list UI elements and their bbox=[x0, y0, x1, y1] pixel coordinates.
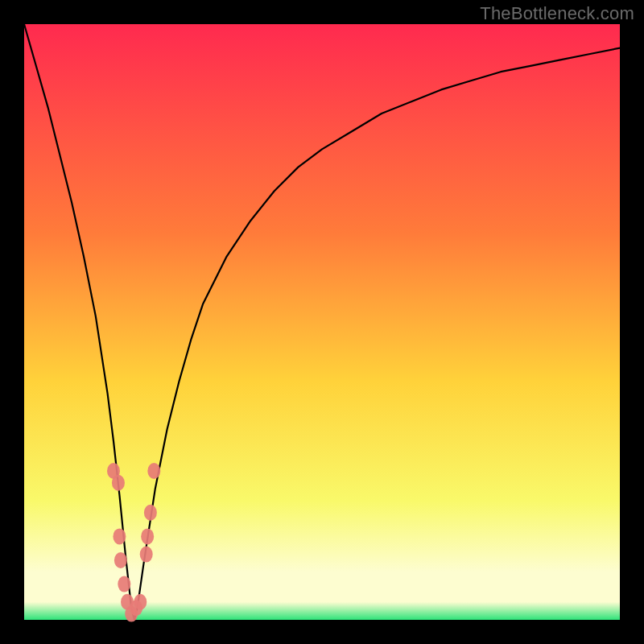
data-marker bbox=[114, 552, 127, 568]
chart-svg bbox=[0, 0, 644, 644]
plot-background bbox=[24, 24, 620, 620]
data-marker bbox=[112, 475, 125, 491]
data-marker bbox=[113, 528, 126, 544]
data-marker bbox=[134, 594, 147, 610]
watermark-label: TheBottleneck.com bbox=[480, 3, 634, 24]
data-marker bbox=[118, 576, 130, 592]
data-marker bbox=[140, 547, 153, 563]
data-marker bbox=[147, 463, 160, 479]
bottleneck-chart: TheBottleneck.com bbox=[0, 0, 644, 644]
data-marker bbox=[141, 528, 154, 544]
data-marker bbox=[144, 505, 157, 521]
